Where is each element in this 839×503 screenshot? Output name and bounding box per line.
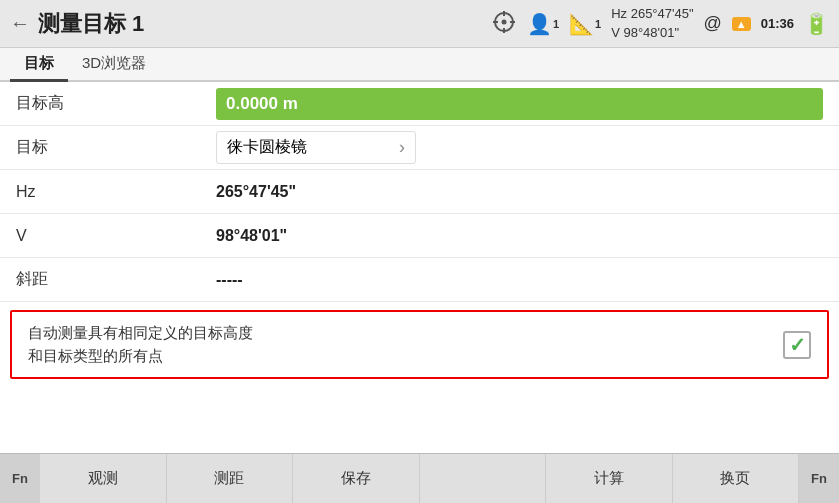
fn-left[interactable]: Fn (0, 454, 40, 503)
arrow-right-icon: › (399, 137, 405, 158)
person-icon: 👤 (527, 12, 552, 36)
checkbox-auto-measure[interactable]: ✓ (783, 331, 811, 359)
toolbar-spacer (420, 454, 547, 503)
value-v: 98°48'01" (216, 227, 823, 245)
value-hz: 265°47'45" (216, 183, 823, 201)
toolbar-calculate[interactable]: 计算 (546, 454, 673, 503)
auto-measure-checkbox-row[interactable]: 自动测量具有相同定义的目标高度 和目标类型的所有点 ✓ (10, 310, 829, 379)
row-target-height: 目标高 0.0000 m (0, 82, 839, 126)
value-target[interactable]: 徕卡圆棱镜 › (216, 131, 416, 164)
alert-badge: ▲ (732, 17, 751, 31)
auto-measure-label: 自动测量具有相同定义的目标高度 和目标类型的所有点 (28, 322, 771, 367)
battery-icon: 🔋 (804, 12, 829, 36)
tripod-icon: 📐 (569, 12, 594, 36)
label-slope-dist: 斜距 (16, 269, 216, 290)
at-icon: @ (704, 13, 722, 34)
row-slope-dist: 斜距 ----- (0, 258, 839, 302)
tab-3d-browser[interactable]: 3D浏览器 (68, 48, 160, 82)
header-left: ← 测量目标 1 (10, 9, 491, 39)
target-name: 徕卡圆棱镜 (227, 137, 307, 158)
bottom-toolbar: Fn 观测 测距 保存 计算 换页 Fn (0, 453, 839, 503)
check-icon: ✓ (789, 333, 806, 357)
main-content: 目标高 0.0000 m 目标 徕卡圆棱镜 › Hz 265°47'45" V … (0, 82, 839, 453)
toolbar-save[interactable]: 保存 (293, 454, 420, 503)
back-button[interactable]: ← (10, 12, 30, 35)
row-hz: Hz 265°47'45" (0, 170, 839, 214)
toolbar-observe[interactable]: 观测 (40, 454, 167, 503)
row-v: V 98°48'01" (0, 214, 839, 258)
label-target-height: 目标高 (16, 93, 216, 114)
tab-target-label: 目标 (24, 54, 54, 71)
coordinates-display: Hz 265°47'45" V 98°48'01" (611, 5, 693, 41)
time-display: 01:36 (761, 16, 794, 31)
row-target: 目标 徕卡圆棱镜 › (0, 126, 839, 170)
crosshair-icon (491, 9, 517, 39)
toolbar-next-page[interactable]: 换页 (673, 454, 800, 503)
app-header: ← 测量目标 1 👤 1 📐 1 Hz 265°47'45" (0, 0, 839, 48)
person-badge: 👤 1 (527, 12, 559, 36)
label-target: 目标 (16, 137, 216, 158)
tab-target[interactable]: 目标 (10, 48, 68, 82)
value-target-height[interactable]: 0.0000 m (216, 88, 823, 120)
tab-bar: 目标 3D浏览器 (0, 48, 839, 82)
v-coord: V 98°48'01" (611, 24, 693, 42)
value-slope-dist: ----- (216, 271, 823, 289)
toolbar-measure-dist[interactable]: 测距 (167, 454, 294, 503)
label-v: V (16, 227, 216, 245)
svg-point-5 (501, 19, 506, 24)
tripod-badge: 📐 1 (569, 12, 601, 36)
tab-3d-browser-label: 3D浏览器 (82, 54, 146, 71)
page-title: 测量目标 1 (38, 9, 144, 39)
fn-right[interactable]: Fn (799, 454, 839, 503)
tripod-badge-num: 1 (595, 18, 601, 30)
label-hz: Hz (16, 183, 216, 201)
header-icons: 👤 1 📐 1 Hz 265°47'45" V 98°48'01" @ ▲ 01… (491, 5, 829, 41)
hz-coord: Hz 265°47'45" (611, 5, 693, 23)
person-badge-num: 1 (553, 18, 559, 30)
